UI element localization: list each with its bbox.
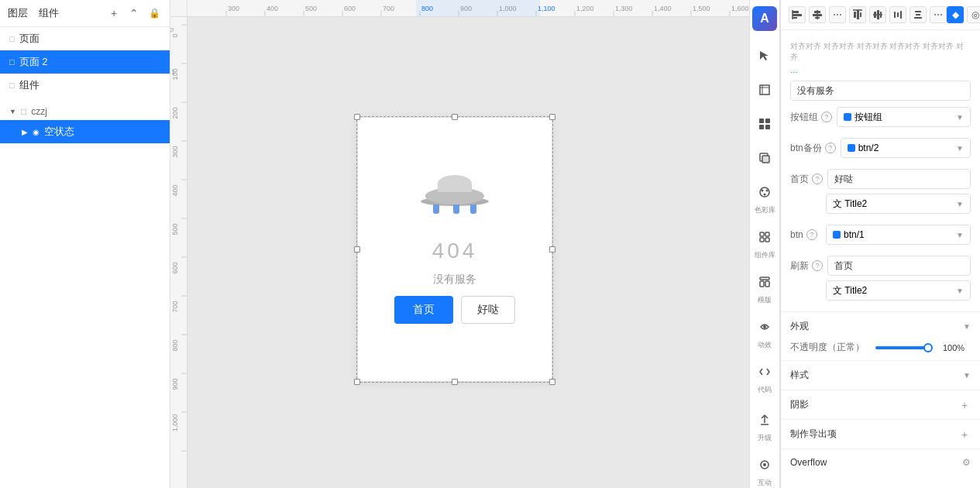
left-header: 图层 组件 + ⌃ 🔒 [0, 0, 170, 27]
align-left-icon[interactable] [789, 6, 806, 23]
tool-component[interactable] [752, 108, 777, 139]
interact-icon [752, 452, 777, 477]
tool-frame[interactable] [752, 74, 777, 105]
btn-group-section: 按钮组 ? 按钮组 ▼ [781, 104, 980, 135]
btn-home[interactable]: 首页 [394, 296, 453, 324]
add-layer-icon[interactable]: + [106, 5, 122, 21]
ufo-illustration [416, 175, 493, 229]
btn-select-wrapper: btn/1 ▼ [826, 225, 971, 245]
appearance-section-header[interactable]: 外观 ▼ [781, 315, 980, 338]
shadow-add-icon[interactable]: + [958, 399, 971, 411]
btn-backup-section: btn备份 ? btn/2 ▼ [781, 135, 980, 166]
refresh-label-row: 刷新 ? [790, 256, 971, 276]
page-icon: □ [9, 81, 15, 90]
tool-palette[interactable]: 色彩库 [752, 177, 777, 218]
align-center-h-icon[interactable] [809, 6, 826, 23]
home-info-icon[interactable]: ? [812, 174, 823, 184]
btn-group-info-icon[interactable]: ? [821, 112, 832, 122]
collapse-icon[interactable]: ⌃ [126, 5, 142, 21]
layer-kongzt[interactable]: ▶ ◉ 空状态 [0, 120, 170, 143]
tool-mask[interactable] [752, 143, 777, 174]
left-panel: 图层 组件 + ⌃ 🔒 □ 页面 □ 页面 2 □ 组件 ▼ □ czzj ▶ … [0, 0, 170, 488]
style-section-header[interactable]: 样式 ▼ [781, 364, 980, 387]
svg-rect-64 [760, 281, 764, 287]
svg-text:1,200: 1,200 [576, 5, 594, 12]
tab-components[interactable]: 组件 [39, 5, 59, 22]
distribute-v-icon[interactable] [910, 6, 927, 23]
btn-ok[interactable]: 好哒 [461, 296, 515, 324]
svg-rect-75 [793, 17, 797, 19]
layer-label: 页面 [19, 32, 40, 46]
export-section-header[interactable]: 制作导出项 + [781, 423, 980, 445]
svg-point-69 [763, 463, 766, 466]
home-input[interactable] [827, 169, 971, 189]
lock-icon[interactable]: 🔒 [146, 5, 162, 21]
tool-cursor[interactable] [752, 40, 777, 71]
arrow-down-icon: ▼ [9, 108, 16, 115]
btn-backup-info-icon[interactable]: ? [825, 143, 836, 153]
svg-rect-61 [760, 238, 764, 242]
svg-text:1,500: 1,500 [693, 5, 710, 12]
svg-point-66 [763, 325, 766, 328]
svg-rect-92 [915, 11, 921, 12]
canvas-content: 404 没有服务 首页 好哒 [187, 17, 749, 488]
tool-pluginlib[interactable]: 组件库 [752, 222, 777, 263]
component-frame[interactable]: 404 没有服务 首页 好哒 [358, 118, 552, 381]
tool-upgrade[interactable]: 升级 [752, 404, 777, 446]
svg-rect-50 [765, 119, 770, 123]
svg-text:1,400: 1,400 [654, 5, 672, 12]
svg-rect-59 [760, 232, 764, 236]
btn-info-icon[interactable]: ? [806, 229, 817, 240]
opacity-slider[interactable] [875, 346, 932, 349]
layer-czzj-group[interactable]: ▼ □ czzj [0, 103, 170, 120]
divider4 [781, 419, 980, 420]
shadow-section-header[interactable]: 阴影 + [781, 393, 980, 416]
refresh-info-icon[interactable]: ? [812, 260, 823, 271]
more-icon[interactable]: ⋯ [829, 6, 846, 23]
btn-value: btn/1 [844, 229, 953, 240]
layer-page1[interactable]: □ 页面 [0, 27, 170, 50]
btn-group-select[interactable]: 按钮组 ▼ [837, 107, 971, 127]
refresh-input[interactable] [827, 256, 971, 276]
design-tab[interactable]: ◆ [947, 6, 964, 23]
btn-select[interactable]: btn/1 ▼ [826, 225, 971, 245]
right-panel-body: 对齐对齐 对齐对齐 对齐对齐 对齐对齐 对齐对齐 对齐 … 按钮组 ? 按钮组 … [781, 30, 980, 488]
refresh-section: 刷新 ? 文 Title2 ▼ [781, 253, 980, 308]
home-font-select[interactable]: 文 Title2 ▼ [826, 194, 971, 214]
layer-page2[interactable]: □ 页面 2 [0, 50, 170, 74]
btn-group-select-wrapper: 按钮组 ▼ [837, 107, 971, 127]
overflow-gear-icon[interactable]: ⚙ [962, 457, 971, 468]
tool-code[interactable]: 代码 [752, 356, 777, 398]
breadcrumb-more[interactable]: … [790, 66, 798, 74]
tab-layers[interactable]: 图层 [8, 5, 28, 22]
export-add-icon[interactable]: + [958, 428, 971, 441]
proto-tab[interactable]: ◎ [967, 6, 980, 23]
overflow-section-header[interactable]: Overflow ⚙ [781, 452, 980, 473]
opacity-thumb[interactable] [923, 343, 933, 352]
svg-rect-29 [416, 0, 540, 17]
btn-backup-select[interactable]: btn/2 ▼ [841, 138, 971, 158]
canvas-area[interactable]: 404 没有服务 首页 好哒 [187, 17, 749, 488]
divider5 [781, 448, 980, 449]
cursor-icon [752, 43, 777, 68]
svg-point-57 [766, 190, 769, 192]
refresh-font-select-wrapper: 文 Title2 ▼ [826, 280, 971, 301]
refresh-font-select[interactable]: 文 Title2 ▼ [826, 280, 971, 301]
svg-rect-94 [914, 17, 922, 19]
tool-animate[interactable]: 动效 [752, 311, 777, 353]
distribute-h-icon[interactable] [889, 6, 906, 23]
align-top-icon[interactable] [849, 6, 866, 23]
button-row: 首页 好哒 [394, 296, 515, 324]
align-middle-v-icon[interactable] [869, 6, 886, 23]
home-font-value: 文 Title2 [833, 198, 953, 211]
folder-icon: □ [21, 106, 26, 117]
svg-rect-46 [760, 85, 769, 95]
btn-backup-label: btn备份 ? [790, 142, 836, 155]
more2-icon[interactable]: ⋯ [930, 6, 947, 23]
icon-input[interactable] [790, 81, 971, 101]
tool-interact[interactable]: 互动 [752, 449, 777, 488]
tool-template[interactable]: 模版 [752, 266, 777, 308]
text-no-service: 没有服务 [433, 273, 476, 287]
layer-comp[interactable]: □ 组件 [0, 74, 170, 97]
svg-rect-73 [793, 11, 799, 13]
